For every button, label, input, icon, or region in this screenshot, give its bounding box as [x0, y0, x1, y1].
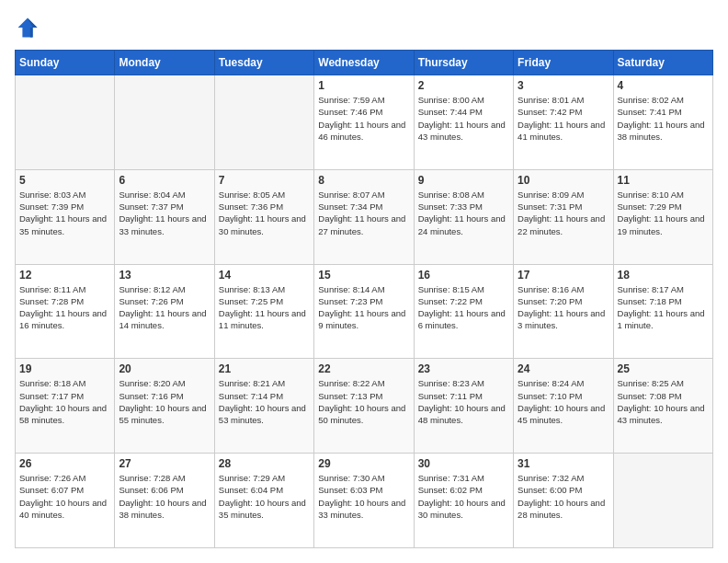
day-number: 3: [518, 79, 609, 92]
day-number: 28: [219, 457, 310, 470]
calendar-cell: 24Sunrise: 8:24 AM Sunset: 7:10 PM Dayli…: [514, 359, 613, 454]
calendar-cell: 31Sunrise: 7:32 AM Sunset: 6:00 PM Dayli…: [514, 454, 613, 548]
calendar-cell: 18Sunrise: 8:17 AM Sunset: 7:18 PM Dayli…: [613, 264, 712, 359]
day-number: 5: [19, 174, 110, 187]
page: SundayMondayTuesdayWednesdayThursdayFrid…: [0, 0, 728, 563]
day-info: Sunrise: 8:25 AM Sunset: 7:08 PM Dayligh…: [618, 377, 709, 426]
day-info: Sunrise: 8:12 AM Sunset: 7:26 PM Dayligh…: [119, 283, 210, 332]
day-info: Sunrise: 7:30 AM Sunset: 6:03 PM Dayligh…: [318, 472, 409, 521]
calendar-cell: 17Sunrise: 8:16 AM Sunset: 7:20 PM Dayli…: [514, 264, 613, 359]
day-number: 30: [418, 457, 509, 470]
calendar-week-row: 5Sunrise: 8:03 AM Sunset: 7:39 PM Daylig…: [16, 169, 713, 264]
calendar-cell: 26Sunrise: 7:26 AM Sunset: 6:07 PM Dayli…: [16, 454, 115, 548]
calendar-cell: 27Sunrise: 7:28 AM Sunset: 6:06 PM Dayli…: [115, 454, 214, 548]
calendar-cell: 29Sunrise: 7:30 AM Sunset: 6:03 PM Dayli…: [314, 454, 414, 548]
calendar-cell: 14Sunrise: 8:13 AM Sunset: 7:25 PM Dayli…: [214, 264, 313, 359]
day-info: Sunrise: 7:31 AM Sunset: 6:02 PM Dayligh…: [418, 472, 509, 521]
calendar-cell: [214, 75, 313, 170]
day-number: 20: [119, 362, 210, 375]
day-number: 10: [518, 174, 609, 187]
calendar-week-row: 1Sunrise: 7:59 AM Sunset: 7:46 PM Daylig…: [16, 75, 713, 170]
day-number: 25: [618, 362, 709, 375]
day-info: Sunrise: 8:14 AM Sunset: 7:23 PM Dayligh…: [318, 283, 409, 332]
day-number: 11: [618, 174, 709, 187]
weekday-header-saturday: Saturday: [613, 51, 712, 75]
day-number: 7: [219, 174, 310, 187]
calendar-cell: 12Sunrise: 8:11 AM Sunset: 7:28 PM Dayli…: [16, 264, 115, 359]
day-number: 1: [318, 79, 409, 92]
calendar-cell: 10Sunrise: 8:09 AM Sunset: 7:31 PM Dayli…: [514, 169, 613, 264]
day-info: Sunrise: 7:26 AM Sunset: 6:07 PM Dayligh…: [19, 472, 110, 521]
weekday-header-monday: Monday: [115, 51, 214, 75]
day-number: 16: [418, 269, 509, 282]
day-number: 31: [518, 457, 609, 470]
calendar-week-row: 12Sunrise: 8:11 AM Sunset: 7:28 PM Dayli…: [16, 264, 713, 359]
day-info: Sunrise: 8:17 AM Sunset: 7:18 PM Dayligh…: [618, 283, 709, 332]
day-info: Sunrise: 8:15 AM Sunset: 7:22 PM Dayligh…: [418, 283, 509, 332]
calendar-cell: 9Sunrise: 8:08 AM Sunset: 7:33 PM Daylig…: [414, 169, 513, 264]
calendar-week-row: 19Sunrise: 8:18 AM Sunset: 7:17 PM Dayli…: [16, 359, 713, 454]
weekday-header-sunday: Sunday: [16, 51, 115, 75]
day-info: Sunrise: 7:32 AM Sunset: 6:00 PM Dayligh…: [518, 472, 609, 521]
day-info: Sunrise: 8:03 AM Sunset: 7:39 PM Dayligh…: [19, 189, 110, 237]
day-number: 18: [618, 269, 709, 282]
logo: [15, 15, 42, 40]
calendar-cell: 2Sunrise: 8:00 AM Sunset: 7:44 PM Daylig…: [414, 75, 513, 170]
day-info: Sunrise: 8:24 AM Sunset: 7:10 PM Dayligh…: [518, 377, 609, 426]
calendar-cell: 21Sunrise: 8:21 AM Sunset: 7:14 PM Dayli…: [214, 359, 313, 454]
calendar-cell: 11Sunrise: 8:10 AM Sunset: 7:29 PM Dayli…: [613, 169, 712, 264]
day-info: Sunrise: 7:28 AM Sunset: 6:06 PM Dayligh…: [119, 472, 210, 521]
day-info: Sunrise: 8:21 AM Sunset: 7:14 PM Dayligh…: [219, 377, 310, 426]
logo-icon: [15, 15, 40, 40]
day-info: Sunrise: 7:29 AM Sunset: 6:04 PM Dayligh…: [219, 472, 310, 521]
day-number: 27: [119, 457, 210, 470]
day-info: Sunrise: 8:11 AM Sunset: 7:28 PM Dayligh…: [19, 283, 110, 332]
day-info: Sunrise: 7:59 AM Sunset: 7:46 PM Dayligh…: [318, 94, 409, 143]
day-number: 12: [19, 269, 110, 282]
day-number: 8: [318, 174, 409, 187]
day-number: 26: [19, 457, 110, 470]
day-number: 22: [318, 362, 409, 375]
day-info: Sunrise: 8:08 AM Sunset: 7:33 PM Dayligh…: [418, 189, 509, 237]
calendar-cell: 28Sunrise: 7:29 AM Sunset: 6:04 PM Dayli…: [214, 454, 313, 548]
day-info: Sunrise: 8:09 AM Sunset: 7:31 PM Dayligh…: [518, 189, 609, 237]
calendar-cell: 19Sunrise: 8:18 AM Sunset: 7:17 PM Dayli…: [16, 359, 115, 454]
calendar-cell: 23Sunrise: 8:23 AM Sunset: 7:11 PM Dayli…: [414, 359, 513, 454]
day-number: 4: [618, 79, 709, 92]
day-info: Sunrise: 8:22 AM Sunset: 7:13 PM Dayligh…: [318, 377, 409, 426]
calendar-cell: 6Sunrise: 8:04 AM Sunset: 7:37 PM Daylig…: [115, 169, 214, 264]
day-number: 2: [418, 79, 509, 92]
day-info: Sunrise: 8:04 AM Sunset: 7:37 PM Dayligh…: [119, 189, 210, 237]
day-info: Sunrise: 8:18 AM Sunset: 7:17 PM Dayligh…: [19, 377, 110, 426]
weekday-header-friday: Friday: [514, 51, 613, 75]
day-number: 21: [219, 362, 310, 375]
calendar-cell: 22Sunrise: 8:22 AM Sunset: 7:13 PM Dayli…: [314, 359, 414, 454]
day-number: 6: [119, 174, 210, 187]
day-info: Sunrise: 8:23 AM Sunset: 7:11 PM Dayligh…: [418, 377, 509, 426]
weekday-header-wednesday: Wednesday: [314, 51, 414, 75]
day-info: Sunrise: 8:16 AM Sunset: 7:20 PM Dayligh…: [518, 283, 609, 332]
day-info: Sunrise: 8:20 AM Sunset: 7:16 PM Dayligh…: [119, 377, 210, 426]
weekday-header-thursday: Thursday: [414, 51, 513, 75]
day-number: 9: [418, 174, 509, 187]
calendar-cell: [613, 454, 712, 548]
weekday-header-tuesday: Tuesday: [214, 51, 313, 75]
weekday-header-row: SundayMondayTuesdayWednesdayThursdayFrid…: [16, 51, 713, 75]
day-number: 17: [518, 269, 609, 282]
calendar-cell: 25Sunrise: 8:25 AM Sunset: 7:08 PM Dayli…: [613, 359, 712, 454]
calendar-cell: [16, 75, 115, 170]
calendar-cell: 13Sunrise: 8:12 AM Sunset: 7:26 PM Dayli…: [115, 264, 214, 359]
calendar-cell: [115, 75, 214, 170]
day-number: 13: [119, 269, 210, 282]
calendar-table: SundayMondayTuesdayWednesdayThursdayFrid…: [15, 50, 713, 548]
calendar-cell: 5Sunrise: 8:03 AM Sunset: 7:39 PM Daylig…: [16, 169, 115, 264]
calendar-cell: 20Sunrise: 8:20 AM Sunset: 7:16 PM Dayli…: [115, 359, 214, 454]
day-info: Sunrise: 8:01 AM Sunset: 7:42 PM Dayligh…: [518, 94, 609, 143]
day-number: 14: [219, 269, 310, 282]
calendar-cell: 16Sunrise: 8:15 AM Sunset: 7:22 PM Dayli…: [414, 264, 513, 359]
day-number: 29: [318, 457, 409, 470]
day-info: Sunrise: 8:02 AM Sunset: 7:41 PM Dayligh…: [618, 94, 709, 143]
calendar-cell: 30Sunrise: 7:31 AM Sunset: 6:02 PM Dayli…: [414, 454, 513, 548]
header: [15, 15, 713, 40]
day-info: Sunrise: 8:00 AM Sunset: 7:44 PM Dayligh…: [418, 94, 509, 143]
